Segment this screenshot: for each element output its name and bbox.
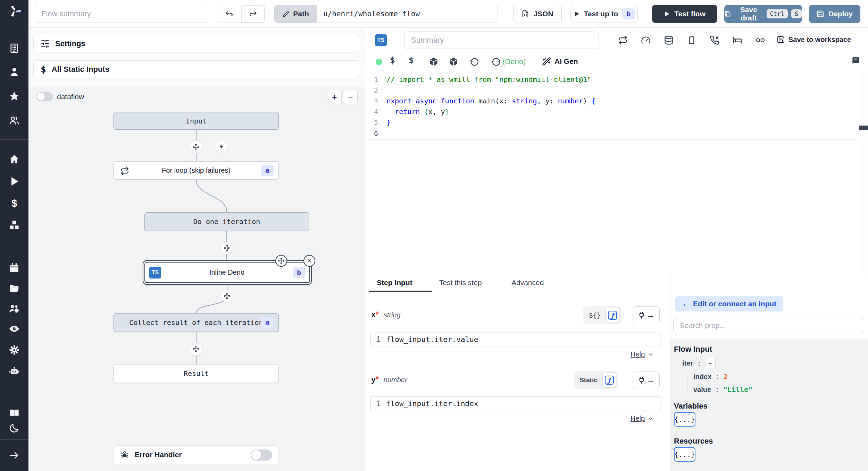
node-do-iteration[interactable]: Do one iteration: [144, 212, 309, 231]
ai-robot-icon[interactable]: [9, 366, 20, 377]
prop-iter-value[interactable]: value : "Lille": [693, 385, 752, 394]
code-line[interactable]: 1// import * as wmill from "npm:windmill…: [366, 74, 859, 85]
scrollbar-thumb[interactable]: [859, 126, 868, 130]
zoom-out-button[interactable]: −: [343, 90, 358, 104]
test-up-to-button[interactable]: Test up to b: [570, 5, 638, 23]
groups-user-gear-icon[interactable]: [9, 303, 20, 314]
code-line[interactable]: 4 return {x, y}: [366, 106, 859, 117]
suspend-phone-icon[interactable]: [710, 35, 719, 45]
x-input-mode-toggle[interactable]: ${} ƒ: [583, 306, 621, 324]
dataflow-toggle[interactable]: [36, 92, 53, 101]
tab-test-this-step[interactable]: Test this step: [439, 273, 482, 292]
node-badge: a: [261, 317, 274, 328]
resources-boxes-icon[interactable]: [9, 220, 20, 231]
code-editor[interactable]: 1// import * as wmill from "npm:windmill…: [366, 72, 859, 273]
prop-iter[interactable]: iter : -: [682, 358, 716, 368]
node-collect-result[interactable]: Collect result of each iteration a: [114, 313, 279, 332]
user-icon[interactable]: [9, 66, 20, 77]
flow-graph-canvas[interactable]: dataflow + − Input For loop (skip failur…: [28, 87, 365, 471]
add-step-button[interactable]: [190, 141, 202, 153]
x-help-link[interactable]: Help: [631, 350, 654, 358]
sleep-bed-icon[interactable]: [733, 35, 742, 45]
move-node-handle[interactable]: [275, 255, 287, 267]
prop-iter-index[interactable]: index : 2: [693, 372, 728, 381]
error-handler-card[interactable]: Error Handler: [114, 445, 279, 464]
tab-advanced[interactable]: Advanced: [511, 273, 544, 292]
all-static-inputs-button[interactable]: $ All Static Inputs: [33, 60, 360, 78]
search-prop-input[interactable]: [673, 317, 864, 334]
save-draft-button[interactable]: Save draft Ctrl S: [724, 5, 802, 23]
variables-dollar-icon[interactable]: $: [9, 197, 20, 208]
error-handler-toggle[interactable]: [251, 449, 272, 461]
flow-summary-input[interactable]: [35, 5, 207, 23]
step-summary-input[interactable]: [404, 32, 599, 49]
cache-database-icon[interactable]: [664, 35, 674, 45]
redo-button[interactable]: [241, 5, 265, 23]
home-icon[interactable]: [9, 154, 20, 165]
folders-icon[interactable]: [9, 283, 20, 294]
collapse-button[interactable]: -: [705, 358, 716, 368]
javascript-mode-option[interactable]: ƒ: [602, 372, 616, 388]
javascript-mode-option[interactable]: ƒ: [606, 308, 619, 323]
x-expression-input[interactable]: 1 flow_input.iter.value: [370, 332, 661, 347]
add-step-button[interactable]: [190, 343, 202, 355]
schedules-calendar-icon[interactable]: [9, 263, 20, 274]
y-expression-input[interactable]: 1 flow_input.iter.index: [370, 396, 661, 411]
code-line[interactable]: 2: [366, 85, 859, 96]
delete-node-button[interactable]: ×: [303, 255, 315, 267]
y-input-mode-toggle[interactable]: Static ƒ: [574, 371, 618, 389]
node-input[interactable]: Input: [114, 112, 279, 130]
node-inline-deno-selected[interactable]: TS Inline Deno b ×: [143, 260, 312, 285]
path-button[interactable]: Path: [275, 5, 317, 23]
save-to-workspace-button[interactable]: Save to workspace: [777, 35, 851, 44]
code-line[interactable]: 6: [366, 128, 859, 139]
add-trigger-button[interactable]: [215, 141, 227, 153]
reset-undo-icon[interactable]: [470, 57, 479, 67]
arrow-right-icon: →: [647, 311, 654, 320]
users-icon[interactable]: [9, 115, 20, 126]
add-step-button[interactable]: [221, 242, 233, 254]
y-help-link[interactable]: Help: [631, 414, 654, 422]
docs-book-icon[interactable]: [9, 408, 20, 419]
library-book-icon[interactable]: [851, 56, 860, 66]
edit-or-connect-button[interactable]: ← Edit or connect an input: [675, 296, 783, 311]
zoom-in-button[interactable]: +: [327, 90, 342, 104]
add-variable-dollar-icon[interactable]: $: [390, 55, 395, 65]
code-line[interactable]: 5}: [366, 117, 859, 128]
ai-gen-button[interactable]: AI Gen: [542, 57, 578, 66]
contextual-variable-dollar-icon[interactable]: $: [409, 55, 414, 65]
template-mode-option[interactable]: ${}: [585, 311, 604, 319]
settings-gear-icon[interactable]: [9, 344, 20, 356]
expand-arrow-icon[interactable]: [9, 450, 20, 461]
code-line[interactable]: 3export async function main(x: string, y…: [366, 96, 859, 106]
retry-icon[interactable]: [618, 35, 628, 45]
tab-step-input[interactable]: Step Input: [377, 273, 412, 292]
editor-overview-ruler[interactable]: [859, 72, 868, 273]
concurrency-gauge-icon[interactable]: [641, 35, 651, 45]
test-flow-button[interactable]: Test flow: [652, 5, 717, 23]
flow-settings-button[interactable]: Settings: [33, 35, 360, 52]
node-result[interactable]: Result: [114, 364, 279, 383]
star-icon[interactable]: [9, 91, 20, 102]
y-connect-input-button[interactable]: →: [633, 371, 660, 389]
static-mode-option[interactable]: Static: [576, 376, 601, 384]
add-step-button[interactable]: [221, 290, 233, 302]
node-forloop[interactable]: For loop (skip failures) a: [114, 161, 279, 180]
resource-box-icon[interactable]: [429, 57, 439, 67]
early-stop-icon[interactable]: [687, 35, 696, 45]
runs-play-icon[interactable]: [9, 176, 20, 187]
json-button[interactable]: JSON: [513, 5, 562, 23]
dark-mode-moon-icon[interactable]: [9, 422, 20, 434]
undo-button[interactable]: [217, 5, 241, 23]
path-input[interactable]: [317, 5, 498, 23]
mock-icon[interactable]: [756, 35, 765, 45]
variables-object-button[interactable]: {...}: [674, 412, 695, 427]
resource-type-box-icon[interactable]: [449, 57, 458, 67]
windmill-logo-icon[interactable]: [9, 5, 21, 17]
workspace-building-icon[interactable]: [9, 43, 20, 54]
resources-object-button[interactable]: {...}: [674, 447, 695, 462]
reload-runtime-icon[interactable]: [491, 57, 501, 67]
x-connect-input-button[interactable]: →: [633, 306, 660, 324]
audit-eye-icon[interactable]: [9, 323, 20, 334]
deploy-button[interactable]: Deploy: [809, 5, 860, 23]
